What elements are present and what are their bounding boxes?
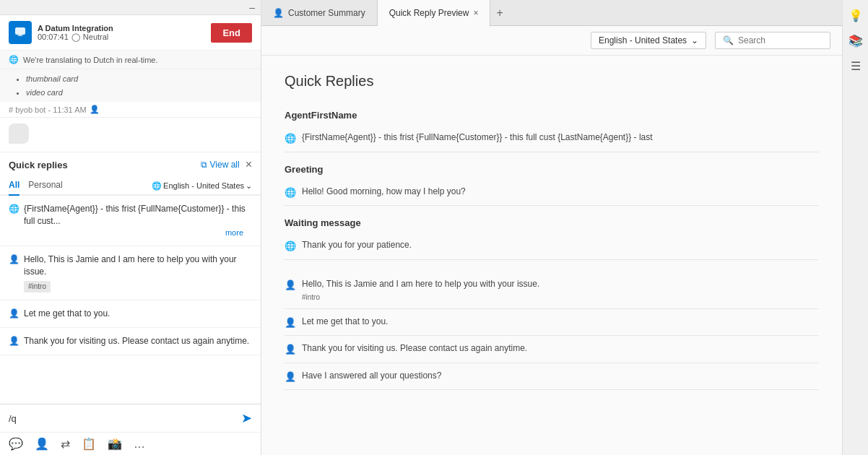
customer-summary-icon: 👤 xyxy=(273,8,284,18)
right-toolbar: English - United States ⌄ 🔍 xyxy=(261,26,842,56)
chat-timer: 00:07:41 ◯ Neutral xyxy=(38,32,113,42)
transfer-toolbar-icon[interactable]: ⇄ xyxy=(61,437,70,451)
list-item[interactable]: 👤 Hello, This is Jamie and I am here to … xyxy=(0,246,261,300)
right-panel: 👤 Customer Summary Quick Reply Preview ×… xyxy=(261,0,842,455)
tab-personal[interactable]: Personal xyxy=(28,177,62,196)
add-tab-button[interactable]: + xyxy=(490,6,508,20)
person-icon: 👤 xyxy=(9,308,19,320)
reply-text: Thank you for visiting us. Please contac… xyxy=(302,342,527,355)
view-all-label: View all xyxy=(210,160,240,170)
note-toolbar-icon[interactable]: 📋 xyxy=(82,437,96,451)
list-item[interactable]: 👤 Let me get that to you. xyxy=(0,300,261,328)
search-icon: 🔍 xyxy=(723,35,734,46)
tab-bar: 👤 Customer Summary Quick Reply Preview ×… xyxy=(261,0,842,26)
reply-text: {FirstName{Agent}} - this frist {FullNam… xyxy=(302,131,653,144)
quick-reply-item-text: 🌐 {FirstName{Agent}} - this frist {FullN… xyxy=(9,203,252,238)
quick-reply-content: Let me get that to you. xyxy=(24,308,110,320)
sentiment-icon: ◯ xyxy=(71,32,80,42)
language-dropdown[interactable]: English - United States ⌄ xyxy=(591,32,706,49)
more-toolbar-icon[interactable]: … xyxy=(134,438,145,451)
list-item[interactable]: 👤 Thank you for visiting us. Please cont… xyxy=(285,336,819,363)
left-panel: – A Datum Integration 00:07:41 ◯ Neutral… xyxy=(0,0,261,455)
translation-bar: 🌐 We're translating to Dutch in real-tim… xyxy=(0,51,261,69)
section-waiting-message: Waiting message 🌐 Thank you for your pat… xyxy=(285,217,819,260)
quick-reply-content: Hello, This is Jamie and I am here to he… xyxy=(24,254,252,278)
section-greeting: Greeting 🌐 Hello! Good morning, how may … xyxy=(285,164,819,207)
translation-link-thumbnail: thumbnail card xyxy=(26,72,243,86)
close-tab-button[interactable]: × xyxy=(473,8,478,18)
translation-link-video: video card xyxy=(26,86,243,100)
customer-summary-label: Customer Summary xyxy=(288,8,365,18)
minimize-button[interactable]: – xyxy=(249,1,255,13)
send-button[interactable]: ➤ xyxy=(241,410,252,426)
person-icon: 👤 xyxy=(285,278,296,292)
reply-text: Hello, This is Jamie and I am here to he… xyxy=(302,277,539,290)
tab-all[interactable]: All xyxy=(9,177,19,196)
section-title-agent-first-name: AgentFirstName xyxy=(285,110,819,121)
list-item[interactable]: 👤 Let me get that to you. xyxy=(285,309,819,337)
reply-text: Hello! Good morning, how may I help you? xyxy=(302,185,466,198)
language-selector[interactable]: 🌐 English - United States ⌄ xyxy=(152,181,252,191)
chat-header-left: A Datum Integration 00:07:41 ◯ Neutral xyxy=(9,21,113,44)
lang-icon: 🌐 xyxy=(152,181,162,191)
quick-reply-item-text: 👤 Hello, This is Jamie and I am here to … xyxy=(9,254,252,292)
list-icon[interactable]: ☰ xyxy=(851,59,861,73)
list-item[interactable]: 🌐 Thank you for your patience. xyxy=(285,233,819,260)
reply-tag: #intro xyxy=(302,292,539,303)
quick-reply-toolbar-icon[interactable]: 💬 xyxy=(9,437,23,451)
section-title-greeting: Greeting xyxy=(285,164,819,175)
chat-bubble-area xyxy=(0,118,261,152)
chevron-down-icon: ⌄ xyxy=(691,35,698,46)
person-icon: 👤 xyxy=(9,254,19,266)
section-personal-items: 👤 Hello, This is Jamie and I am here to … xyxy=(285,272,819,391)
lang-dropdown-label: English - United States xyxy=(599,35,687,46)
person-icon: 👤 xyxy=(285,342,296,357)
translation-icon: 🌐 xyxy=(9,55,19,64)
globe-icon: 🌐 xyxy=(285,239,296,254)
tabs-row: All Personal 🌐 English - United States ⌄ xyxy=(0,174,261,196)
lightbulb-icon[interactable]: 💡 xyxy=(849,9,863,22)
person-icon: 👤 xyxy=(9,335,19,347)
more-link[interactable]: more xyxy=(24,228,252,238)
view-all-button[interactable]: ⧉ View all xyxy=(201,160,240,170)
section-title-waiting-message: Waiting message xyxy=(285,217,819,228)
tab-customer-summary[interactable]: 👤 Customer Summary xyxy=(261,0,378,26)
quick-reply-item-text: 👤 Thank you for visiting us. Please cont… xyxy=(9,335,252,347)
section-agent-first-name: AgentFirstName 🌐 {FirstName{Agent}} - th… xyxy=(285,110,819,152)
globe-icon: 🌐 xyxy=(9,203,19,215)
person-icon: 👤 xyxy=(285,370,296,384)
list-item[interactable]: 👤 Have I answered all your questions? xyxy=(285,363,819,391)
main-content: Quick Replies AgentFirstName 🌐 {FirstNam… xyxy=(261,56,842,455)
list-item[interactable]: 🌐 {FirstName{Agent}} - this frist {FullN… xyxy=(285,125,819,152)
search-box[interactable]: 🔍 xyxy=(715,32,830,49)
quick-reply-content: Thank you for visiting us. Please contac… xyxy=(24,335,249,347)
person-toolbar-icon[interactable]: 👤 xyxy=(35,437,49,451)
lang-label: English - United States xyxy=(163,181,244,190)
close-quick-replies-button[interactable]: × xyxy=(246,158,252,171)
list-item[interactable]: 👤 Thank you for visiting us. Please cont… xyxy=(0,328,261,355)
view-all-icon: ⧉ xyxy=(201,160,207,170)
timer-value: 00:07:41 xyxy=(38,32,69,41)
chat-avatar xyxy=(9,21,32,44)
video-toolbar-icon[interactable]: 📸 xyxy=(108,437,122,451)
search-input[interactable] xyxy=(738,35,817,46)
translation-text: We're translating to Dutch in real-time. xyxy=(23,56,158,64)
list-item[interactable]: 🌐 {FirstName{Agent}} - this frist {FullN… xyxy=(0,196,261,246)
chat-info: A Datum Integration 00:07:41 ◯ Neutral xyxy=(38,24,113,42)
quick-reply-list: 🌐 {FirstName{Agent}} - this frist {FullN… xyxy=(0,196,261,404)
tab-quick-reply-preview[interactable]: Quick Reply Preview × xyxy=(378,0,491,26)
end-button[interactable]: End xyxy=(211,23,252,43)
list-item[interactable]: 🌐 Hello! Good morning, how may I help yo… xyxy=(285,179,819,207)
incoming-message-bubble xyxy=(9,124,29,144)
book-icon[interactable]: 📚 xyxy=(849,34,863,48)
page-title: Quick Replies xyxy=(285,73,819,90)
bot-label: # byob bot - 11:31 AM 👤 xyxy=(0,102,261,118)
translation-links: thumbnail card video card xyxy=(0,69,261,102)
quick-replies-header: Quick replies ⧉ View all × xyxy=(0,152,261,174)
chat-toolbar: 💬 👤 ⇄ 📋 📸 … xyxy=(0,432,261,455)
reply-text: Have I answered all your questions? xyxy=(302,369,441,382)
chat-input[interactable] xyxy=(9,413,235,424)
list-item[interactable]: 👤 Hello, This is Jamie and I am here to … xyxy=(285,272,819,309)
globe-icon: 🌐 xyxy=(285,131,296,146)
input-area: ➤ xyxy=(0,404,261,432)
